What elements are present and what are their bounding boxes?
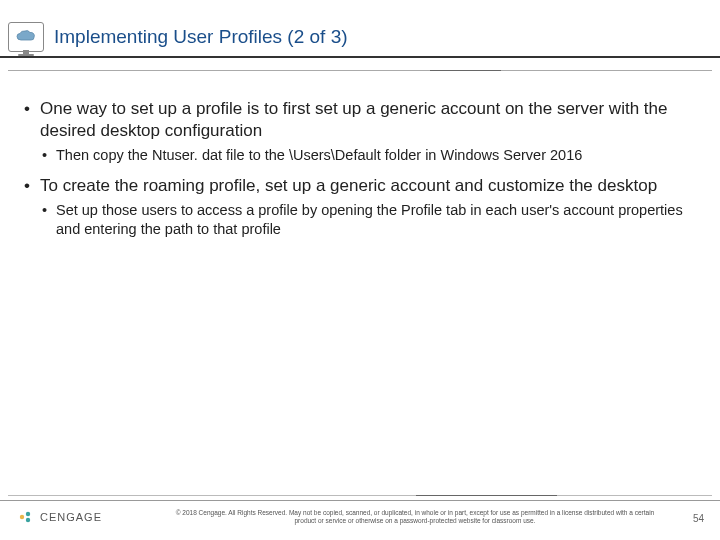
sub-bullet-item: Then copy the Ntuser. dat file to the \U… (40, 146, 698, 165)
svg-point-1 (26, 512, 30, 516)
sub-bullet-text: Then copy the Ntuser. dat file to the \U… (56, 147, 582, 163)
sub-bullet-item: Set up those users to access a profile b… (40, 201, 698, 239)
bullet-text: To create the roaming profile, set up a … (40, 176, 657, 195)
logo-text: CENGAGE (40, 511, 102, 523)
page-number: 54 (693, 513, 704, 524)
footer-divider (8, 495, 712, 496)
cengage-logo: CENGAGE (18, 509, 102, 525)
bullet-text: One way to set up a profile is to first … (40, 99, 667, 140)
copyright-text: © 2018 Cengage. All Rights Reserved. May… (170, 509, 660, 526)
logo-mark-icon (18, 509, 34, 525)
slide-footer: CENGAGE © 2018 Cengage. All Rights Reser… (0, 500, 720, 540)
header-divider (8, 70, 712, 71)
svg-point-0 (20, 515, 24, 519)
slide-header: Implementing User Profiles (2 of 3) (0, 0, 720, 58)
cloud-monitor-icon (8, 22, 44, 52)
slide-content: One way to set up a profile is to first … (0, 58, 720, 239)
monitor-stand-decoration (14, 50, 38, 58)
svg-point-2 (26, 518, 30, 522)
sub-bullet-text: Set up those users to access a profile b… (56, 202, 683, 237)
bullet-item: One way to set up a profile is to first … (22, 98, 698, 165)
slide-title: Implementing User Profiles (2 of 3) (54, 26, 348, 48)
bullet-item: To create the roaming profile, set up a … (22, 175, 698, 239)
